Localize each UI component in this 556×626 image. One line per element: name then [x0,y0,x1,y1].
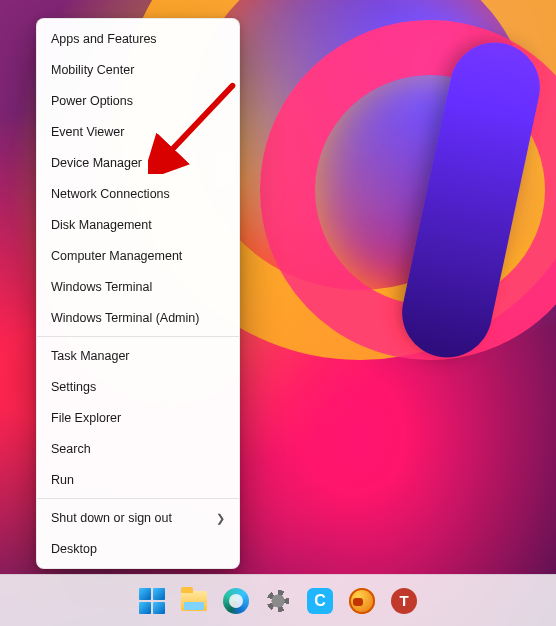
app-globe-icon [349,588,375,614]
menu-item-label: Search [51,440,91,458]
menu-item-label: Network Connections [51,185,170,203]
menu-item-label: Event Viewer [51,123,124,141]
winx-context-menu: Apps and Features Mobility Center Power … [36,18,240,569]
app-t-icon: T [391,588,417,614]
menu-item-label: File Explorer [51,409,121,427]
taskbar-settings[interactable] [264,587,292,615]
start-icon [139,588,165,614]
settings-icon [265,588,291,614]
menu-item-label: Settings [51,378,96,396]
menu-item-label: Disk Management [51,216,152,234]
menu-separator [37,498,239,499]
menu-item-computer-management[interactable]: Computer Management [37,240,239,271]
taskbar-app-globe[interactable] [348,587,376,615]
taskbar-app-t[interactable]: T [390,587,418,615]
menu-item-apps-features[interactable]: Apps and Features [37,23,239,54]
menu-item-desktop[interactable]: Desktop [37,533,239,564]
menu-item-label: Desktop [51,540,97,558]
taskbar: C T [0,574,556,626]
menu-item-settings[interactable]: Settings [37,371,239,402]
menu-item-label: Windows Terminal (Admin) [51,309,199,327]
menu-item-shut-down-sign-out[interactable]: Shut down or sign out ❯ [37,502,239,533]
menu-item-label: Windows Terminal [51,278,152,296]
menu-item-network-connections[interactable]: Network Connections [37,178,239,209]
menu-item-mobility-center[interactable]: Mobility Center [37,54,239,85]
menu-item-label: Power Options [51,92,133,110]
menu-item-search[interactable]: Search [37,433,239,464]
menu-item-device-manager[interactable]: Device Manager [37,147,239,178]
menu-item-label: Run [51,471,74,489]
menu-item-label: Shut down or sign out [51,509,172,527]
app-c-icon: C [307,588,333,614]
file-explorer-icon [181,591,207,611]
start-button[interactable] [138,587,166,615]
menu-item-label: Apps and Features [51,30,157,48]
taskbar-file-explorer[interactable] [180,587,208,615]
menu-item-label: Device Manager [51,154,142,172]
chevron-right-icon: ❯ [216,509,225,527]
menu-item-windows-terminal[interactable]: Windows Terminal [37,271,239,302]
menu-item-task-manager[interactable]: Task Manager [37,340,239,371]
menu-item-windows-terminal-admin[interactable]: Windows Terminal (Admin) [37,302,239,333]
menu-item-label: Task Manager [51,347,130,365]
menu-item-label: Computer Management [51,247,182,265]
menu-separator [37,336,239,337]
menu-item-event-viewer[interactable]: Event Viewer [37,116,239,147]
menu-item-file-explorer[interactable]: File Explorer [37,402,239,433]
taskbar-app-c[interactable]: C [306,587,334,615]
menu-item-disk-management[interactable]: Disk Management [37,209,239,240]
menu-item-power-options[interactable]: Power Options [37,85,239,116]
menu-item-run[interactable]: Run [37,464,239,495]
menu-item-label: Mobility Center [51,61,134,79]
taskbar-edge[interactable] [222,587,250,615]
edge-icon [223,588,249,614]
